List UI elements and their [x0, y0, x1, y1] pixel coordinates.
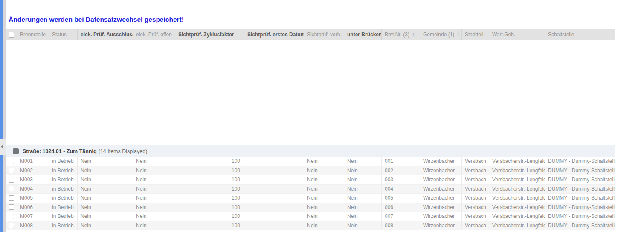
cell-sichtprüf-zyklusfaktor[interactable]: 100 — [175, 203, 244, 212]
column-header-gemeinde-1[interactable]: Gemeinde (1)↑ — [420, 29, 462, 40]
cell-elek-prüf-ausschluss[interactable]: Nein — [78, 203, 133, 212]
cell-sichtprüf-erstes-datum[interactable] — [244, 175, 304, 184]
cell-brst-nr-3[interactable]: 002 — [382, 166, 420, 175]
cell-sichtprüf-vorh[interactable]: Nein — [304, 212, 344, 221]
cell-sichtprüf-zyklusfaktor[interactable]: 100 — [175, 157, 244, 166]
cell-brst-nr-3[interactable]: 004 — [382, 185, 420, 194]
cell-unter-brücken[interactable]: Nein — [344, 185, 382, 194]
cell-gemeinde-1[interactable]: Wirzenbacher — [420, 157, 462, 166]
row-checkbox[interactable] — [9, 177, 14, 183]
cell-elek-prüf-offen[interactable]: Nein — [133, 221, 175, 230]
cell-status[interactable]: in Betrieb — [49, 212, 78, 221]
cell-brst-nr-3[interactable]: 003 — [382, 175, 420, 184]
column-header-stadtteil[interactable]: Stadtteil — [462, 29, 489, 40]
cell-elek-prüf-ausschluss[interactable]: Nein — [78, 175, 133, 184]
cell-sichtprüf-zyklusfaktor[interactable]: 100 — [175, 212, 244, 221]
cell-sichtprüf-vorh[interactable]: Nein — [304, 175, 344, 184]
column-header-brennstelle[interactable]: Brennstelle — [17, 29, 49, 40]
table-row[interactable]: M005in BetriebNeinNein100NeinNein005Wirz… — [6, 194, 615, 203]
cell-stadtteil[interactable]: Versbach — [462, 166, 489, 175]
cell-schaltstelle[interactable]: DUMMY - Dummy-Schaltstelle — [545, 166, 615, 175]
cell-wart-geb[interactable]: Versbacherstr.-Lengfeld — [489, 166, 545, 175]
cell-unter-brücken[interactable]: Nein — [344, 203, 382, 212]
cell-select[interactable] — [6, 157, 17, 166]
cell-schaltstelle[interactable]: DUMMY - Dummy-Schaltstelle — [545, 221, 615, 230]
cell-sichtprüf-zyklusfaktor[interactable]: 100 — [175, 194, 244, 203]
cell-elek-prüf-offen[interactable]: Nein — [133, 203, 175, 212]
cell-elek-prüf-ausschluss[interactable]: Nein — [78, 212, 133, 221]
cell-schaltstelle[interactable]: DUMMY - Dummy-Schaltstelle — [545, 175, 615, 184]
table-row[interactable]: M007in BetriebNeinNein100NeinNein007Wirz… — [6, 212, 615, 221]
select-all-checkbox[interactable] — [9, 32, 14, 38]
cell-status[interactable]: in Betrieb — [49, 194, 78, 203]
cell-wart-geb[interactable]: Versbacherstr.-Lengfeld — [489, 203, 545, 212]
cell-unter-brücken[interactable]: Nein — [344, 166, 382, 175]
cell-brennstelle[interactable]: M007 — [17, 212, 49, 221]
cell-wart-geb[interactable]: Versbacherstr.-Lengfeld — [489, 185, 545, 194]
cell-select[interactable] — [6, 194, 17, 203]
cell-elek-prüf-offen[interactable]: Nein — [133, 166, 175, 175]
cell-sichtprüf-zyklusfaktor[interactable]: 100 — [175, 175, 244, 184]
row-checkbox[interactable] — [9, 195, 14, 201]
cell-elek-prüf-ausschluss[interactable]: Nein — [78, 166, 133, 175]
cell-status[interactable]: in Betrieb — [49, 221, 78, 230]
cell-status[interactable]: in Betrieb — [49, 185, 78, 194]
row-checkbox[interactable] — [9, 214, 14, 219]
cell-gemeinde-1[interactable]: Wirzenbacher — [420, 221, 462, 230]
cell-brst-nr-3[interactable]: 006 — [382, 203, 420, 212]
cell-stadtteil[interactable]: Versbach — [462, 185, 489, 194]
cell-stadtteil[interactable]: Versbach — [462, 212, 489, 221]
cell-elek-prüf-ausschluss[interactable]: Nein — [78, 221, 133, 230]
cell-select[interactable] — [6, 221, 17, 230]
column-header-status[interactable]: Status — [49, 29, 78, 40]
cell-schaltstelle[interactable]: DUMMY - Dummy-Schaltstelle — [545, 212, 615, 221]
cell-brennstelle[interactable]: M005 — [17, 194, 49, 203]
cell-gemeinde-1[interactable]: Wirzenbacher — [420, 203, 462, 212]
cell-stadtteil[interactable]: Versbach — [462, 221, 489, 230]
table-row[interactable]: M004in BetriebNeinNein100NeinNein004Wirz… — [6, 185, 615, 194]
cell-elek-prüf-ausschluss[interactable]: Nein — [78, 194, 133, 203]
cell-brst-nr-3[interactable]: 008 — [382, 221, 420, 230]
cell-stadtteil[interactable]: Versbach — [462, 203, 489, 212]
cell-unter-brücken[interactable]: Nein — [344, 194, 382, 203]
cell-brennstelle[interactable]: M004 — [17, 185, 49, 194]
cell-stadtteil[interactable]: Versbach — [462, 157, 489, 166]
cell-elek-prüf-offen[interactable]: Nein — [133, 212, 175, 221]
cell-brst-nr-3[interactable]: 001 — [382, 157, 420, 166]
cell-brennstelle[interactable]: M003 — [17, 175, 49, 184]
cell-wart-geb[interactable]: Versbacherstr.-Lengfeld — [489, 175, 545, 184]
cell-elek-prüf-offen[interactable]: Nein — [133, 185, 175, 194]
cell-wart-geb[interactable]: Versbacherstr.-Lengfeld — [489, 194, 545, 203]
cell-select[interactable] — [6, 175, 17, 184]
column-header-sichtprüf-vorh[interactable]: Sichtprüf. vorh. — [304, 29, 344, 40]
cell-wart-geb[interactable]: Versbacherstr.-Lengfeld — [489, 157, 545, 166]
column-header-brst-nr-3[interactable]: Brst.Nr. (3)↑ — [382, 29, 420, 40]
cell-sichtprüf-erstes-datum[interactable] — [244, 203, 304, 212]
collapse-panel-left-icon[interactable] — [1, 145, 3, 148]
column-header-elek-prüf-ausschluss[interactable]: elek. Prüf. Ausschluss — [78, 29, 133, 40]
cell-select[interactable] — [6, 212, 17, 221]
cell-status[interactable]: in Betrieb — [49, 166, 78, 175]
cell-sichtprüf-vorh[interactable]: Nein — [304, 157, 344, 166]
cell-sichtprüf-zyklusfaktor[interactable]: 100 — [175, 221, 244, 230]
cell-elek-prüf-ausschluss[interactable]: Nein — [78, 185, 133, 194]
cell-gemeinde-1[interactable]: Wirzenbacher — [420, 175, 462, 184]
cell-sichtprüf-vorh[interactable]: Nein — [304, 203, 344, 212]
column-header-sichtprüf-erstes-datum[interactable]: Sichtprüf. erstes Datum — [244, 29, 304, 40]
cell-schaltstelle[interactable]: DUMMY - Dummy-Schaltstelle — [545, 157, 615, 166]
cell-unter-brücken[interactable]: Nein — [344, 221, 382, 230]
cell-status[interactable]: in Betrieb — [49, 203, 78, 212]
cell-select[interactable] — [6, 185, 17, 194]
row-checkbox[interactable] — [9, 168, 14, 173]
table-row[interactable]: M003in BetriebNeinNein100NeinNein003Wirz… — [6, 175, 615, 185]
cell-status[interactable]: in Betrieb — [49, 175, 78, 184]
cell-sichtprüf-vorh[interactable]: Nein — [304, 221, 344, 230]
cell-brennstelle[interactable]: M002 — [17, 166, 49, 175]
row-checkbox[interactable] — [9, 204, 14, 210]
panel-collapse-handle[interactable] — [0, 139, 6, 155]
cell-select[interactable] — [6, 166, 17, 175]
cell-gemeinde-1[interactable]: Wirzenbacher — [420, 212, 462, 221]
cell-brennstelle[interactable]: M008 — [17, 221, 49, 230]
cell-elek-prüf-ausschluss[interactable]: Nein — [78, 157, 133, 166]
row-checkbox[interactable] — [9, 159, 14, 164]
